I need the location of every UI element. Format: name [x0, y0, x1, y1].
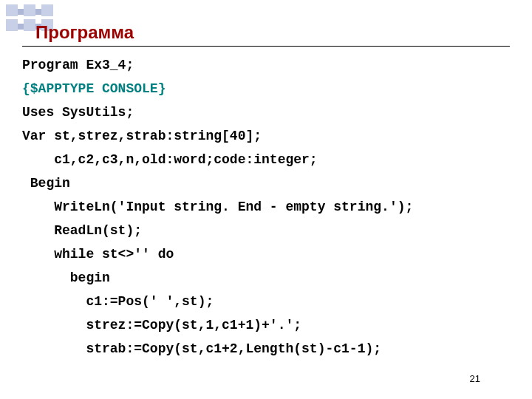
code-line: strab:=Copy(st,c1+2,Length(st)-c1-1);	[22, 341, 381, 356]
page-number: 21	[470, 373, 480, 384]
code-line: ReadLn(st);	[22, 223, 142, 238]
slide-title: Программа	[35, 22, 134, 43]
code-line: c1,c2,c3,n,old:word;code:integer;	[22, 152, 318, 167]
code-line: Program Ex3_4;	[22, 58, 134, 72]
code-line-comment: {$APPTYPE CONSOLE}	[22, 81, 166, 96]
code-line: strez:=Copy(st,1,c1+1)+'.';	[22, 318, 301, 332]
title-rule	[22, 46, 510, 47]
code-line: Var st,strez,strab:string[40];	[22, 129, 262, 143]
code-line: begin	[22, 270, 110, 285]
code-line: while st<>'' do	[22, 247, 174, 262]
code-line: WriteLn('Input string. End - empty strin…	[22, 200, 413, 214]
code-line: Begin	[22, 176, 70, 191]
code-block: Program Ex3_4; {$APPTYPE CONSOLE} Uses S…	[22, 53, 510, 361]
code-line: c1:=Pos(' ',st);	[22, 294, 214, 309]
slide: Программа Program Ex3_4; {$APPTYPE CONSO…	[0, 0, 532, 399]
code-line: Uses SysUtils;	[22, 105, 134, 120]
